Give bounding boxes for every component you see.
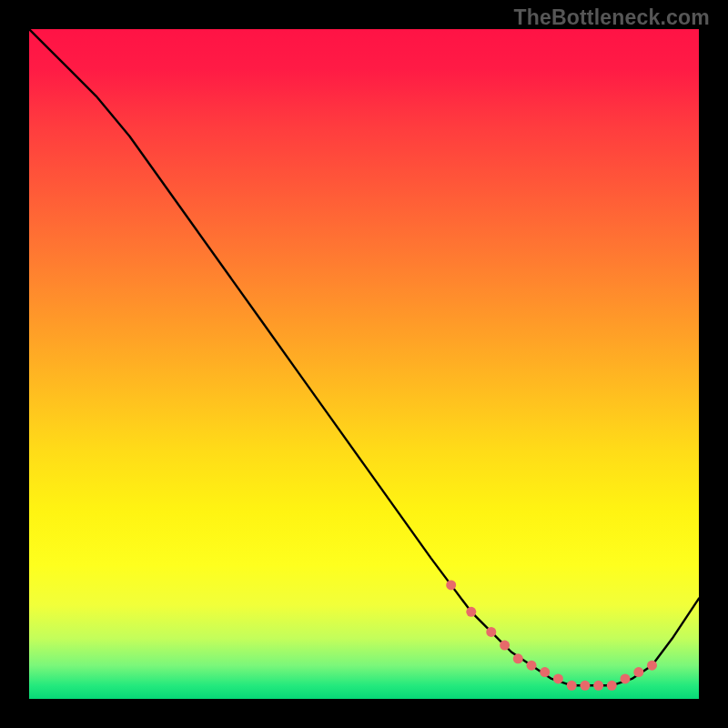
highlight-dot	[513, 653, 523, 663]
highlight-dot	[580, 681, 590, 691]
highlight-dot	[633, 667, 643, 677]
highlight-dot	[593, 681, 603, 691]
highlight-dot	[500, 641, 510, 651]
highlight-dot	[527, 661, 537, 671]
bottleneck-curve	[29, 29, 699, 685]
chart-stage: TheBottleneck.com	[0, 0, 728, 728]
highlight-dot	[647, 661, 657, 671]
highlight-dot	[607, 681, 617, 691]
highlight-dot	[486, 627, 496, 637]
highlight-dot	[446, 580, 456, 590]
highlight-dot	[621, 673, 631, 683]
watermark-text: TheBottleneck.com	[513, 5, 710, 30]
highlight-markers	[446, 580, 657, 690]
highlight-dot	[466, 607, 476, 617]
highlight-dot	[540, 667, 550, 677]
highlight-dot	[553, 673, 563, 683]
plot-area	[29, 29, 699, 699]
highlight-dot	[567, 681, 577, 691]
chart-svg	[29, 29, 699, 699]
